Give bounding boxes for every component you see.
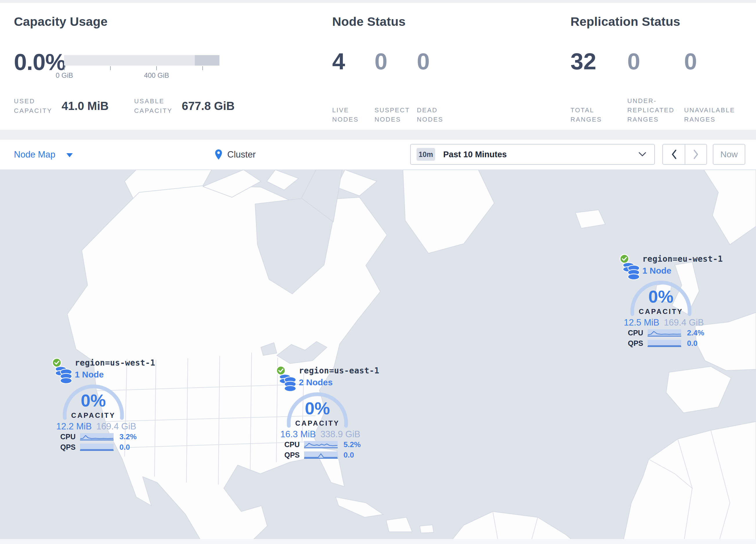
total-ranges-label: TOTAL RANGES (570, 92, 627, 124)
cpu-value: 3.2% (119, 432, 137, 441)
cpu-value: 5.2% (344, 440, 361, 449)
total-ranges-count: 32 (570, 50, 627, 73)
dropdown-triangle-icon (66, 153, 73, 157)
view-selector-label: Node Map (14, 149, 55, 160)
capacity-bar-track (64, 55, 219, 66)
page-bottom-strip (0, 539, 756, 544)
region-capacity-percent: 0% (50, 391, 137, 411)
time-step-buttons (662, 144, 707, 165)
qps-sparkline (304, 452, 338, 459)
map-toolbar: Node Map Cluster 10m Past 10 Minutes Now (0, 139, 756, 170)
cpu-sparkline (648, 329, 681, 337)
live-nodes-count: 4 (332, 50, 375, 73)
time-window-label: Past 10 Minutes (443, 150, 507, 159)
cpu-label: CPU (60, 433, 77, 441)
qps-sparkline (80, 444, 114, 451)
region-capacity-usable: 169.4 GiB (664, 318, 704, 328)
region-capacity-usable: 338.9 GiB (320, 429, 360, 440)
region-capacity-percent: 0% (274, 398, 361, 418)
region-capacity-percent: 0% (617, 287, 704, 307)
region-name: region=us-east-1 (299, 366, 379, 376)
used-capacity-label: USED CAPACITY (14, 96, 52, 115)
live-nodes-label: LIVE NODES (332, 92, 375, 124)
used-capacity-value: 41.0 MiB (61, 99, 108, 113)
qps-label: QPS (284, 451, 301, 459)
location-pin-icon (215, 149, 223, 160)
capacity-tick-0: 0 GiB (56, 71, 73, 79)
node-map[interactable]: region=us-west-1 1 Node 0% CAPACITY 12.2… (0, 170, 756, 544)
dead-nodes-label: DEAD NODES (417, 92, 459, 124)
cluster-summary-bar: Capacity Usage 0.0% 0 GiB 400 GiB (0, 3, 756, 130)
chevron-left-icon (671, 150, 677, 159)
node-status-title: Node Status (332, 14, 541, 29)
replication-status-title: Replication Status (570, 14, 750, 29)
suspect-nodes-count: 0 (375, 50, 417, 73)
region-marker-us-east-1[interactable]: region=us-east-1 2 Nodes 0% CAPACITY 16.… (274, 364, 390, 486)
under-replicated-ranges-label: UNDER- REPLICATED RANGES (627, 92, 684, 124)
capacity-bar-segment (195, 55, 219, 66)
time-step-forward-button[interactable] (685, 144, 706, 164)
qps-label: QPS (628, 339, 645, 348)
breadcrumb-label: Cluster (227, 149, 256, 160)
region-node-count[interactable]: 1 Node (642, 266, 671, 276)
cpu-label: CPU (628, 329, 645, 337)
cpu-value: 2.4% (687, 329, 704, 338)
region-capacity-used: 12.5 MiB (624, 318, 659, 328)
time-window-badge: 10m (417, 148, 435, 161)
capacity-usage-title: Capacity Usage (14, 14, 318, 29)
qps-label: QPS (60, 443, 77, 452)
time-step-back-button[interactable] (663, 144, 685, 164)
node-status-section: Node Status 4 0 0 LIVE NODES SUSPECT NOD… (332, 14, 541, 29)
time-window-dropdown[interactable]: 10m Past 10 Minutes (410, 144, 655, 165)
cpu-label: CPU (284, 440, 301, 449)
chevron-right-icon (693, 150, 699, 159)
region-capacity-used: 12.2 MiB (56, 421, 92, 432)
region-name: region=eu-west-1 (642, 254, 723, 264)
region-name: region=us-west-1 (75, 358, 155, 368)
capacity-bar-ticks (64, 66, 219, 71)
qps-value: 0.0 (687, 339, 697, 348)
chevron-down-icon (639, 152, 646, 157)
qps-value: 0.0 (119, 443, 130, 452)
view-selector-dropdown[interactable]: Node Map (14, 139, 73, 169)
now-button[interactable]: Now (713, 144, 745, 165)
usable-capacity-value: 677.8 GiB (182, 99, 235, 113)
under-replicated-ranges-count: 0 (627, 50, 684, 73)
unavailable-ranges-label: UNAVAILABLE RANGES (684, 92, 741, 124)
region-capacity-usable: 169.4 GiB (96, 421, 136, 432)
replication-status-section: Replication Status 32 0 0 TOTAL RANGES U… (570, 14, 750, 29)
dead-nodes-count: 0 (417, 50, 459, 73)
region-marker-eu-west-1[interactable]: region=eu-west-1 1 Node 0% CAPACITY 12.5… (617, 252, 733, 374)
capacity-tick-400: 400 GiB (144, 71, 169, 79)
unavailable-ranges-count: 0 (684, 50, 741, 73)
region-capacity-label: CAPACITY (50, 411, 137, 420)
usable-capacity-label: USABLE CAPACITY (134, 96, 172, 115)
qps-sparkline (648, 340, 681, 347)
cpu-sparkline (304, 441, 338, 448)
region-capacity-label: CAPACITY (617, 308, 704, 316)
region-node-count[interactable]: 1 Node (75, 370, 104, 380)
region-capacity-label: CAPACITY (274, 419, 361, 427)
region-marker-us-west-1[interactable]: region=us-west-1 1 Node 0% CAPACITY 12.2… (50, 356, 166, 478)
region-node-count[interactable]: 2 Nodes (299, 378, 333, 387)
capacity-usage-section: Capacity Usage 0.0% 0 GiB 400 GiB (14, 14, 318, 29)
cpu-sparkline (80, 433, 114, 440)
capacity-bar: 0 GiB 400 GiB (64, 55, 219, 80)
qps-value: 0.0 (344, 451, 354, 460)
suspect-nodes-label: SUSPECT NODES (375, 92, 417, 124)
region-capacity-used: 16.3 MiB (280, 429, 316, 440)
breadcrumb[interactable]: Cluster (215, 139, 256, 169)
